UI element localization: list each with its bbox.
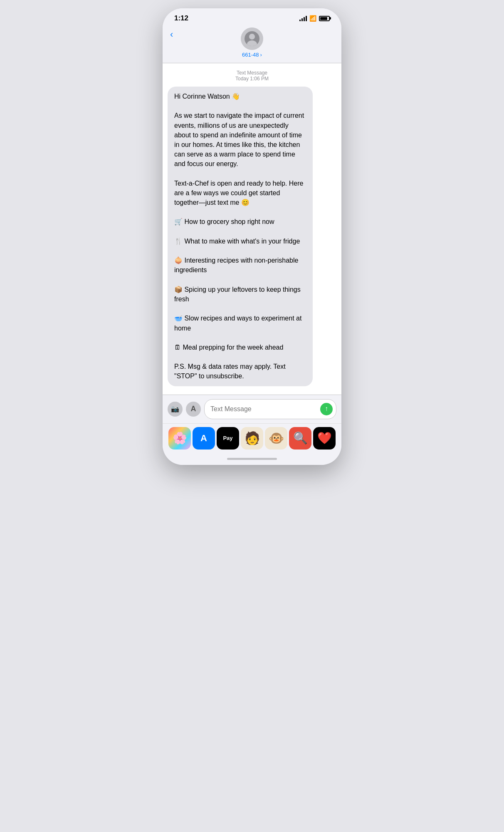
dock-app-heart[interactable]: ❤️ <box>313 427 336 450</box>
message-item1: 🛒 How to grocery shop right now <box>174 217 306 226</box>
message-body2: Text-a-Chef is open and ready to help. H… <box>174 179 306 208</box>
message-body1: As we start to navigate the impact of cu… <box>174 111 306 169</box>
dock-app-appstore[interactable]: A <box>193 427 215 450</box>
contact-avatar <box>241 27 263 50</box>
appstore-icon: A <box>200 433 207 444</box>
photos-icon: 🌸 <box>173 431 187 445</box>
text-input-wrap[interactable]: ↑ <box>204 399 336 419</box>
phone-frame: 1:12 📶 ‹ 661-48 › Text Message Today 1:0… <box>163 8 341 465</box>
camera-button[interactable]: 📷 <box>168 402 183 417</box>
dock-app-photos[interactable]: 🌸 <box>168 427 191 450</box>
message-bubble: Hi Corinne Watson 👋 As we start to navig… <box>168 87 313 386</box>
timestamp-time: Today 1:06 PM <box>168 76 336 82</box>
dock-app-memoji1[interactable]: 🧑 <box>241 427 263 450</box>
input-area: 📷 A ↑ <box>163 395 341 423</box>
dock-app-globe[interactable]: 🔍 <box>289 427 311 450</box>
applepay-icon: Pay <box>223 435 232 441</box>
globe-icon: 🔍 <box>293 431 308 445</box>
nav-header: ‹ 661-48 › <box>163 26 341 63</box>
message-timestamp: Text Message Today 1:06 PM <box>168 70 336 82</box>
app-store-button[interactable]: A <box>186 402 201 417</box>
wifi-icon: 📶 <box>309 15 316 22</box>
dock-app-applepay[interactable]: Pay <box>217 427 239 450</box>
message-item2: 🍴 What to make with what's in your fridg… <box>174 236 306 246</box>
message-item3: 🧅 Interesting recipes with non-perishabl… <box>174 256 306 275</box>
message-item5: 🥣 Slow recipes and ways to experiment at… <box>174 313 306 333</box>
heart-icon: ❤️ <box>317 431 332 445</box>
battery-icon <box>319 16 330 21</box>
contact-name[interactable]: 661-48 › <box>242 52 262 58</box>
send-arrow-icon: ↑ <box>325 405 328 412</box>
send-button[interactable]: ↑ <box>320 403 333 415</box>
memoji1-icon: 🧑 <box>245 431 260 445</box>
message-greeting: Hi Corinne Watson 👋 <box>174 92 306 101</box>
memoji2-icon: 🐵 <box>269 431 284 445</box>
message-item6: 🗓 Meal prepping for the week ahead <box>174 343 306 352</box>
message-ps: P.S. Msg & data rates may apply. Text "S… <box>174 362 306 381</box>
text-message-input[interactable] <box>210 405 318 413</box>
message-item4: 📦 Spicing up your leftovers to keep thin… <box>174 285 306 304</box>
signal-bars-icon <box>299 15 307 21</box>
status-time: 1:12 <box>174 14 188 22</box>
back-button[interactable]: ‹ <box>170 29 173 40</box>
camera-icon: 📷 <box>171 405 179 413</box>
timestamp-label: Text Message <box>168 70 336 76</box>
home-indicator <box>163 454 341 465</box>
messages-area: Text Message Today 1:06 PM Hi Corinne Wa… <box>163 63 341 395</box>
app-store-icon: A <box>191 405 196 413</box>
home-bar <box>227 458 277 460</box>
status-icons: 📶 <box>299 15 330 22</box>
status-bar: 1:12 📶 <box>163 8 341 26</box>
message-bubble-wrap: Hi Corinne Watson 👋 As we start to navig… <box>168 87 336 386</box>
dock-app-memoji2[interactable]: 🐵 <box>265 427 287 450</box>
app-dock: 🌸 A Pay 🧑 🐵 🔍 ❤️ <box>163 423 341 454</box>
avatar-icon <box>245 31 259 46</box>
